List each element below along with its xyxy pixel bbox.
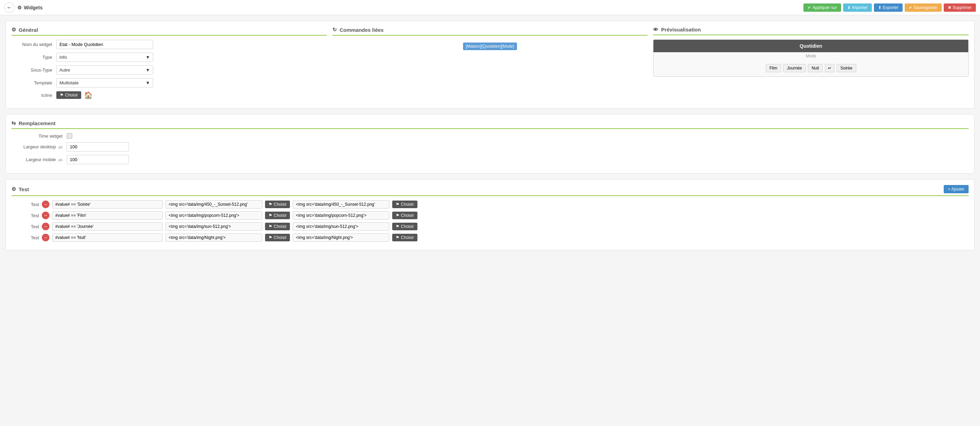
flag-icon: ⚑ [269,213,272,218]
flag-icon: ⚑ [396,202,399,207]
test-row-label: Test [11,202,39,207]
test-img1-input[interactable] [165,222,262,231]
home-icon: 🏠 [84,91,92,99]
test-img1-input[interactable] [165,233,262,242]
sous-type-label: Sous-Type [11,67,56,73]
icone-label: Icône [11,93,56,98]
command-tag[interactable]: [Maison][Quotidien][Mode] [463,43,517,50]
general-form-col: ⚙ Général Nom du widget Type Info ▼ Sous… [11,27,327,103]
supprimer-button[interactable]: ✖ Supprimer [944,3,976,12]
test-row-label: Test [11,235,39,240]
general-three-col: ⚙ Général Nom du widget Type Info ▼ Sous… [11,27,969,103]
largeur-mobile-input[interactable] [67,155,129,164]
largeur-desktop-row: Largeur desktop px [11,142,969,152]
exporter-button[interactable]: ⬆ Exporter [874,3,903,12]
test-choisir-btn-2[interactable]: ⚑ Choisir [392,234,417,241]
widgets-icon: ⚙ [17,5,22,10]
table-row: Test − ⚑ Choisir ⚑ Choisir [11,233,969,242]
preview-btn-soiree[interactable]: Soirée [837,64,856,72]
flag-icon: ⚑ [269,224,272,229]
main-content: ⚙ Général Nom du widget Type Info ▼ Sous… [0,15,980,256]
test-choisir-btn-2[interactable]: ⚑ Choisir [392,201,417,208]
importer-button[interactable]: ⬇ Importer [843,3,872,12]
largeur-desktop-input[interactable] [67,142,129,152]
table-row: Test − ⚑ Choisir ⚑ Choisir [11,200,969,209]
test-remove-button[interactable]: − [42,223,49,230]
commandes-col: ↻ Commandes liées [Maison][Quotidien][Mo… [332,27,648,103]
test-choisir-btn-1[interactable]: ⚑ Choisir [265,212,290,219]
test-choisir-btn-1[interactable]: ⚑ Choisir [265,223,290,230]
time-widget-label: Time widget [11,134,67,139]
test-section-title: ⚙ Test [11,186,29,192]
top-bar: ← ⚙ Widgets ✔ Appliquer sur ⬇ Importer ⬆… [0,0,980,15]
sauvegarder-button[interactable]: ✔ Sauvegarder [905,3,942,12]
template-chevron-icon: ▼ [145,80,150,85]
nom-row: Nom du widget [11,40,327,49]
test-img2-input[interactable] [293,211,390,220]
check-icon: ✔ [808,5,811,10]
test-icon: ⚙ [11,186,16,192]
test-remove-button[interactable]: − [42,234,49,241]
test-title: Test [19,187,29,192]
test-img2-input[interactable] [293,233,390,242]
test-condition-input[interactable] [52,233,163,242]
export-icon: ⬆ [878,5,881,10]
general-section: ⚙ Général Nom du widget Type Info ▼ Sous… [6,21,974,108]
template-row: Template Multistate ▼ [11,78,327,88]
test-choisir-btn-1[interactable]: ⚑ Choisir [265,234,290,241]
largeur-desktop-label: Largeur desktop px [11,144,67,149]
type-select[interactable]: Info ▼ [56,53,153,62]
table-row: Test − ⚑ Choisir ⚑ Choisir [11,222,969,231]
sous-type-select[interactable]: Autre ▼ [56,65,153,75]
test-row-label: Test [11,224,39,229]
general-section-header: ⚙ Général [11,27,327,36]
replacement-section: ⇆ Remplacement Time widget Largeur deskt… [6,114,974,174]
test-remove-button[interactable]: − [42,212,49,219]
back-button[interactable]: ← [4,2,14,13]
preview-header: Quotidien [654,40,968,52]
largeur-mobile-row: Largeur mobile px [11,155,969,164]
test-condition-input[interactable] [52,200,163,209]
type-value: Info [59,55,67,60]
replacement-title: Remplacement [19,120,56,126]
icone-choisir-button[interactable]: ⚑ Choisir [56,91,81,99]
test-img1-input[interactable] [165,200,262,209]
test-img1-input[interactable] [165,211,262,220]
commandes-section-header: ↻ Commandes liées [332,27,648,36]
preview-buttons: Film Journée Nuit ↵ Soirée [654,60,968,77]
test-img2-input[interactable] [293,200,390,209]
table-row: Test − ⚑ Choisir ⚑ Choisir [11,211,969,220]
general-title: Général [19,27,38,33]
flag-icon: ⚑ [396,213,399,218]
test-choisir-btn-2[interactable]: ⚑ Choisir [392,212,417,219]
save-icon: ✔ [909,5,912,10]
template-select[interactable]: Multistate ▼ [56,78,153,88]
preview-btn-journee[interactable]: Journée [783,64,805,72]
preview-col: 👁 Prévisualisation Quotidien Mode Film J… [653,27,969,103]
nom-input[interactable] [56,40,153,49]
time-widget-checkbox[interactable] [67,133,72,139]
flag-icon: ⚑ [396,224,399,229]
preview-btn-nuit[interactable]: Nuit [808,64,823,72]
commandes-icon: ↻ [332,27,337,33]
preview-btn-film[interactable]: Film [766,64,781,72]
flag-icon: ⚑ [60,93,64,97]
test-section-header: ⚙ Test + Ajouter [11,185,969,196]
sous-type-value: Autre [59,67,70,73]
test-condition-input[interactable] [52,222,163,231]
test-row-label: Test [11,213,39,218]
appliquer-button[interactable]: ✔ Appliquer sur [803,3,841,12]
ajouter-button[interactable]: + Ajouter [944,185,969,193]
test-img2-input[interactable] [293,222,390,231]
preview-btn-back[interactable]: ↵ [825,64,835,72]
test-remove-button[interactable]: − [42,201,49,208]
test-choisir-btn-2[interactable]: ⚑ Choisir [392,223,417,230]
replacement-section-header: ⇆ Remplacement [11,120,969,129]
home-icon-button[interactable]: 🏠 [84,91,92,99]
top-bar-left: ← ⚙ Widgets [4,2,43,13]
template-value: Multistate [59,80,79,85]
test-condition-input[interactable] [52,211,163,220]
test-choisir-btn-1[interactable]: ⚑ Choisir [265,201,290,208]
test-section: ⚙ Test + Ajouter Test − ⚑ Choisir ⚑ Choi… [6,179,974,250]
preview-icon: 👁 [653,27,658,32]
